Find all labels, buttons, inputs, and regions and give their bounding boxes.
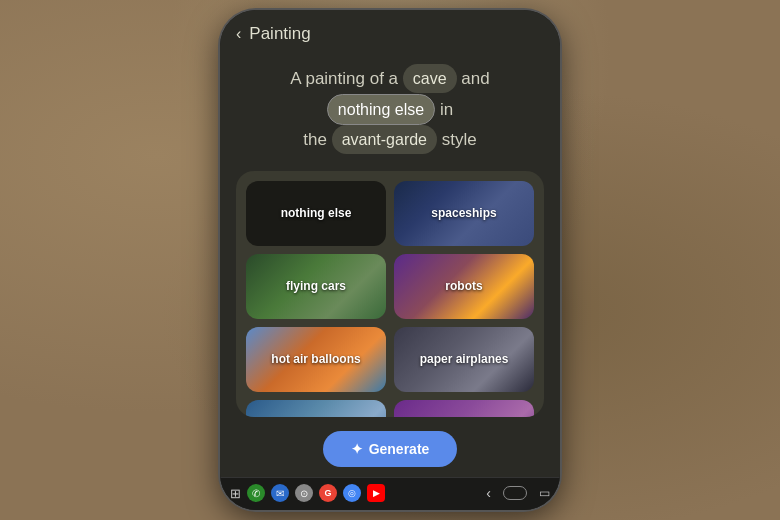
back-nav-button[interactable]: ‹ bbox=[486, 485, 491, 501]
grid-item-label-nothing-else: nothing else bbox=[281, 206, 352, 220]
prompt-connector2: in bbox=[440, 100, 453, 119]
phone-device: ‹ Painting A painting of a cave and noth… bbox=[220, 10, 560, 510]
prompt-connector1: and bbox=[461, 69, 489, 88]
generate-button-wrapper: ✦ Generate bbox=[220, 425, 560, 477]
grid-item-hot-air-balloons[interactable]: hot air balloons bbox=[246, 327, 386, 392]
app-tray-icons: ⊞ ✆ ✉ ⊙ G ◎ ▶ bbox=[230, 484, 486, 502]
grid-item-unicorns[interactable]: unicorns bbox=[394, 400, 534, 417]
grid-item-label-hot-air-balloons: hot air balloons bbox=[271, 352, 360, 366]
prompt-prefix: A bbox=[290, 69, 300, 88]
grid-nav-icon[interactable]: ⊞ bbox=[230, 486, 241, 501]
youtube-icon[interactable]: ▶ bbox=[367, 484, 385, 502]
grid-item-nothing-else[interactable]: nothing else bbox=[246, 181, 386, 246]
grid-item-label-paper-airplanes: paper airplanes bbox=[420, 352, 509, 366]
phone-screen: ‹ Painting A painting of a cave and noth… bbox=[220, 10, 560, 510]
prompt-chip-style[interactable]: avant-garde bbox=[332, 125, 437, 154]
grid-item-paper-airplanes[interactable]: paper airplanes bbox=[394, 327, 534, 392]
grid-item-parachutes[interactable]: parachutes bbox=[246, 400, 386, 417]
grid-item-label-robots: robots bbox=[445, 279, 482, 293]
prompt-phrase1: painting of a bbox=[305, 69, 402, 88]
prompt-line-2: the avant-garde style bbox=[244, 125, 536, 155]
maps-icon[interactable]: ◎ bbox=[343, 484, 361, 502]
suggestions-grid: nothing else spaceships flying cars robo… bbox=[246, 181, 534, 417]
grid-item-flying-cars[interactable]: flying cars bbox=[246, 254, 386, 319]
grid-item-label-flying-cars: flying cars bbox=[286, 279, 346, 293]
home-nav-button[interactable] bbox=[503, 486, 527, 500]
generate-button-label: Generate bbox=[369, 441, 430, 457]
messages-icon[interactable]: ✉ bbox=[271, 484, 289, 502]
camera-icon[interactable]: ⊙ bbox=[295, 484, 313, 502]
page-title: Painting bbox=[249, 24, 310, 44]
google-icon[interactable]: G bbox=[319, 484, 337, 502]
prompt-chip-cave[interactable]: cave bbox=[403, 64, 457, 93]
grid-item-robots[interactable]: robots bbox=[394, 254, 534, 319]
grid-item-spaceships[interactable]: spaceships bbox=[394, 181, 534, 246]
spark-icon: ✦ bbox=[351, 441, 363, 457]
prompt-connector3: the bbox=[303, 130, 331, 149]
grid-item-label-spaceships: spaceships bbox=[431, 206, 496, 220]
prompt-chip-nothing-else[interactable]: nothing else bbox=[327, 94, 435, 125]
back-button[interactable]: ‹ bbox=[236, 25, 241, 43]
phone-icon[interactable]: ✆ bbox=[247, 484, 265, 502]
suggestions-grid-container: nothing else spaceships flying cars robo… bbox=[236, 171, 544, 417]
header: ‹ Painting bbox=[220, 10, 560, 52]
bottom-navigation-bar: ⊞ ✆ ✉ ⊙ G ◎ ▶ ‹ ▭ bbox=[220, 477, 560, 510]
system-nav-icons: ‹ ▭ bbox=[486, 485, 550, 501]
prompt-area: A painting of a cave and nothing else in… bbox=[220, 52, 560, 167]
prompt-line-1: A painting of a cave and nothing else in bbox=[244, 64, 536, 125]
generate-button[interactable]: ✦ Generate bbox=[323, 431, 458, 467]
prompt-suffix: style bbox=[442, 130, 477, 149]
recents-nav-button[interactable]: ▭ bbox=[539, 486, 550, 500]
